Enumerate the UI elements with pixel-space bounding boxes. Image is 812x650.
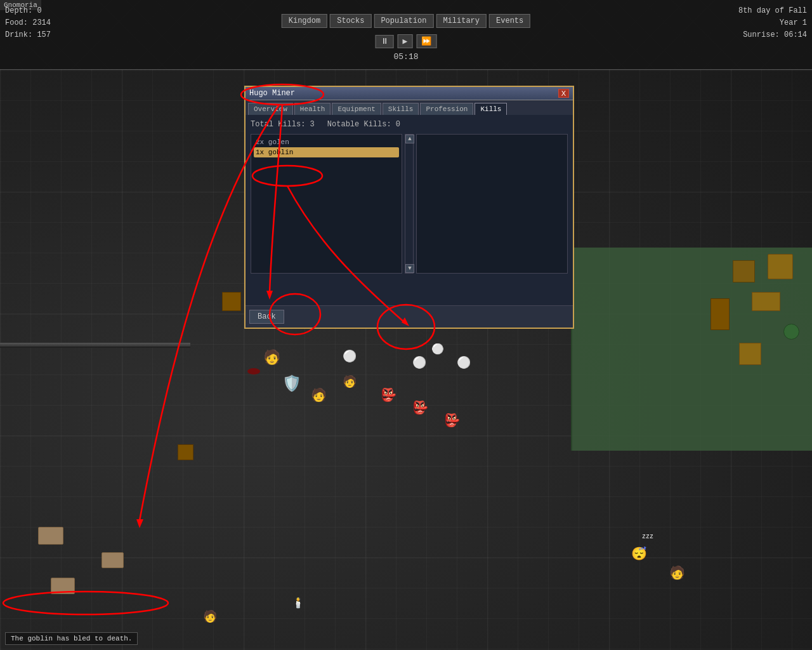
- character-window: Hugo Miner X Overview Health Equipment S…: [244, 86, 574, 329]
- sleeping-gnome[interactable]: 😴: [631, 546, 647, 562]
- gnome-sprite2[interactable]: 🧑: [343, 375, 357, 388]
- goblin-sprite3[interactable]: 👺: [444, 413, 460, 428]
- tab-kills[interactable]: Kills: [475, 103, 507, 115]
- kills-header: Total Kills: 3 Notable Kills: 0: [251, 120, 568, 129]
- kills-panels: 2x golen 1x goblin ▲ ▼: [251, 134, 568, 274]
- date-display: 8th day of Fall Year 1 Sunrise: 06:14: [738, 5, 807, 42]
- nav-buttons: Kingdom Stocks Population Military Event…: [282, 14, 530, 28]
- kingdom-button[interactable]: Kingdom: [282, 14, 327, 28]
- item-bubble3: ⚪: [431, 343, 444, 355]
- game-timer: 05:18: [393, 52, 418, 62]
- char-footer: Back: [246, 305, 573, 328]
- char-titlebar: Hugo Miner X: [246, 87, 573, 100]
- blood-splatter: [247, 368, 260, 375]
- gnome-bottom-center[interactable]: 🧑: [203, 609, 217, 623]
- stocks-button[interactable]: Stocks: [330, 14, 371, 28]
- item-bubble4: ⚪: [457, 355, 471, 369]
- notable-kills: Notable Kills: 0: [327, 120, 400, 129]
- furniture-table2: [739, 343, 761, 365]
- military-button[interactable]: Military: [436, 14, 487, 28]
- item-bubble2: ⚪: [412, 355, 426, 369]
- bottom-message: The goblin has bled to death.: [5, 632, 138, 645]
- kills-list[interactable]: 2x golen 1x goblin: [251, 134, 402, 274]
- stats-display: Depth: 0 Food: 2314 Drink: 157: [5, 5, 51, 42]
- item-bubble1: ⚪: [343, 349, 357, 363]
- drink-stat: Drink: 157: [5, 29, 51, 41]
- furniture-table: [768, 254, 793, 279]
- gnome-sprite1[interactable]: 🧑: [311, 387, 327, 403]
- furniture-barrel: [783, 324, 799, 340]
- fast-forward-button[interactable]: ⏩: [416, 34, 436, 48]
- date-line3: Sunrise: 06:14: [738, 29, 807, 41]
- tab-profession[interactable]: Profession: [420, 103, 473, 115]
- kill-item-goblin[interactable]: 1x goblin: [254, 147, 399, 157]
- back-button[interactable]: Back: [249, 310, 284, 324]
- furniture-chair: [733, 260, 755, 282]
- top-bar: Gnomoria Depth: 0 Food: 2314 Drink: 157 …: [0, 0, 812, 70]
- bed-item3: [102, 552, 124, 568]
- notable-kills-list[interactable]: [416, 134, 568, 274]
- message-text: The goblin has bled to death.: [11, 635, 132, 642]
- furniture-crate: [710, 298, 730, 330]
- bed-item2: [51, 578, 75, 594]
- crate-left1: [222, 292, 241, 311]
- date-line2: Year 1: [738, 17, 807, 29]
- gnome-sprite-br[interactable]: 🧑: [669, 565, 685, 581]
- scroll-down-button[interactable]: ▼: [405, 264, 414, 273]
- char-content: Total Kills: 3 Notable Kills: 0 2x golen…: [246, 115, 573, 305]
- char-close-button[interactable]: X: [558, 89, 569, 98]
- kills-scrollbar: ▲ ▼: [405, 134, 414, 274]
- hugo-miner-sprite[interactable]: 🧑: [263, 349, 280, 366]
- tab-skills[interactable]: Skills: [383, 103, 419, 115]
- population-button[interactable]: Population: [374, 14, 433, 28]
- crate-left2: [178, 444, 193, 460]
- tab-overview[interactable]: Overview: [248, 103, 293, 115]
- sleep-zz: zzz: [642, 533, 653, 540]
- furniture-bench: [752, 292, 780, 311]
- goblin-sprite2[interactable]: 👺: [412, 400, 428, 416]
- bed-item1: [38, 527, 63, 545]
- kill-item-golen[interactable]: 2x golen: [254, 137, 399, 147]
- date-line1: 8th day of Fall: [738, 5, 807, 17]
- pause-button[interactable]: ⏸: [376, 35, 394, 48]
- shield-sprite: 🛡️: [282, 375, 301, 393]
- torch-sprite: 🕯️: [292, 597, 304, 609]
- tab-health[interactable]: Health: [294, 103, 331, 115]
- media-controls: ⏸ ▶ ⏩: [376, 34, 437, 48]
- events-button[interactable]: Events: [489, 14, 530, 28]
- scroll-track: [405, 143, 413, 264]
- food-stat: Food: 2314: [5, 17, 51, 29]
- char-tabs: Overview Health Equipment Skills Profess…: [246, 100, 573, 115]
- play-button[interactable]: ▶: [398, 34, 413, 48]
- scroll-up-button[interactable]: ▲: [405, 135, 414, 143]
- goblin-sprite1[interactable]: 👺: [381, 387, 396, 403]
- depth-stat: Depth: 0: [5, 5, 51, 17]
- wall-horizontal: [0, 343, 190, 348]
- char-title: Hugo Miner: [249, 89, 295, 98]
- total-kills: Total Kills: 3: [251, 120, 315, 129]
- tab-equipment[interactable]: Equipment: [332, 103, 381, 115]
